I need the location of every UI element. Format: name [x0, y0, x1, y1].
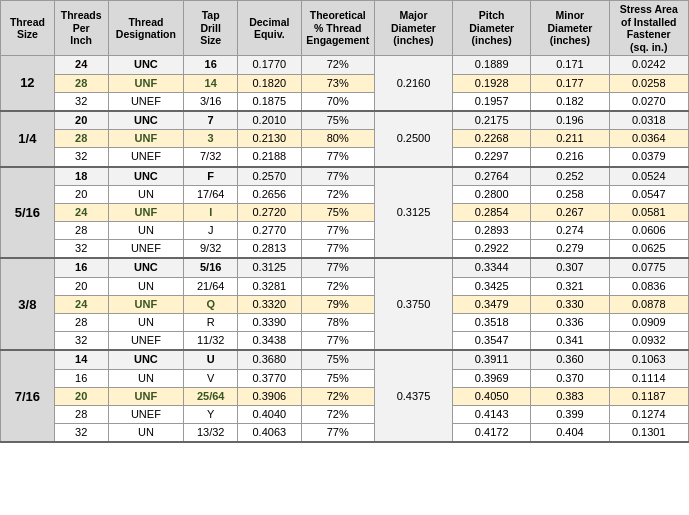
header-minor: MinorDiameter(inches)	[531, 1, 609, 56]
tpi-cell: 28	[54, 74, 108, 92]
tap-drill-cell: V	[184, 369, 238, 387]
designation-cell: UN	[108, 314, 184, 332]
thread-size-cell: 1/4	[1, 111, 55, 167]
stress-area-cell: 0.1301	[609, 424, 689, 443]
tap-drill-cell: 11/32	[184, 332, 238, 351]
tap-drill-cell: 13/32	[184, 424, 238, 443]
decimal-cell: 0.3906	[238, 387, 302, 405]
tap-drill-cell: 3/16	[184, 92, 238, 111]
pct-cell: 72%	[301, 277, 374, 295]
minor-diameter-cell: 0.267	[531, 203, 609, 221]
pitch-diameter-cell: 0.3344	[453, 258, 531, 277]
designation-cell: UNEF	[108, 148, 184, 167]
designation-cell: UNC	[108, 258, 184, 277]
minor-diameter-cell: 0.252	[531, 167, 609, 186]
stress-area-cell: 0.0364	[609, 130, 689, 148]
tap-drill-cell: 17/64	[184, 185, 238, 203]
tap-drill-cell: R	[184, 314, 238, 332]
thread-size-cell: 7/16	[1, 350, 55, 442]
stress-area-cell: 0.0909	[609, 314, 689, 332]
tpi-cell: 16	[54, 369, 108, 387]
designation-cell: UN	[108, 185, 184, 203]
table-row: 20UN21/640.328172%0.34250.3210.0836	[1, 277, 689, 295]
table-row: 3/816UNC5/160.312577%0.37500.33440.3070.…	[1, 258, 689, 277]
header-stress: Stress Areaof InstalledFastener(sq. in.)	[609, 1, 689, 56]
header-designation: ThreadDesignation	[108, 1, 184, 56]
table-row: 1/420UNC70.201075%0.25000.21750.1960.031…	[1, 111, 689, 130]
table-row: 20UN17/640.265672%0.28000.2580.0547	[1, 185, 689, 203]
tap-drill-cell: 3	[184, 130, 238, 148]
tpi-cell: 14	[54, 350, 108, 369]
stress-area-cell: 0.0606	[609, 222, 689, 240]
pct-cell: 73%	[301, 74, 374, 92]
minor-diameter-cell: 0.383	[531, 387, 609, 405]
tpi-cell: 32	[54, 148, 108, 167]
minor-diameter-cell: 0.404	[531, 424, 609, 443]
pct-cell: 75%	[301, 203, 374, 221]
decimal-cell: 0.2188	[238, 148, 302, 167]
tap-drill-cell: 25/64	[184, 387, 238, 405]
stress-area-cell: 0.1063	[609, 350, 689, 369]
pct-cell: 75%	[301, 111, 374, 130]
pitch-diameter-cell: 0.2854	[453, 203, 531, 221]
minor-diameter-cell: 0.370	[531, 369, 609, 387]
minor-diameter-cell: 0.341	[531, 332, 609, 351]
decimal-cell: 0.3680	[238, 350, 302, 369]
thread-size-cell: 5/16	[1, 167, 55, 259]
stress-area-cell: 0.0547	[609, 185, 689, 203]
table-row: 24UNFQ0.332079%0.34790.3300.0878	[1, 295, 689, 313]
decimal-cell: 0.1875	[238, 92, 302, 111]
decimal-cell: 0.2720	[238, 203, 302, 221]
designation-cell: UNF	[108, 130, 184, 148]
stress-area-cell: 0.0878	[609, 295, 689, 313]
table-row: 5/1618UNCF0.257077%0.31250.27640.2520.05…	[1, 167, 689, 186]
designation-cell: UN	[108, 222, 184, 240]
stress-area-cell: 0.1114	[609, 369, 689, 387]
stress-area-cell: 0.0270	[609, 92, 689, 111]
tap-drill-cell: 21/64	[184, 277, 238, 295]
table-row: 32UN13/320.406377%0.41720.4040.1301	[1, 424, 689, 443]
stress-area-cell: 0.0258	[609, 74, 689, 92]
minor-diameter-cell: 0.336	[531, 314, 609, 332]
pct-cell: 77%	[301, 167, 374, 186]
decimal-cell: 0.2813	[238, 240, 302, 259]
pct-cell: 77%	[301, 222, 374, 240]
thread-size-cell: 12	[1, 56, 55, 111]
designation-cell: UNF	[108, 203, 184, 221]
pct-cell: 75%	[301, 350, 374, 369]
stress-area-cell: 0.0318	[609, 111, 689, 130]
designation-cell: UNC	[108, 350, 184, 369]
table-row: 24UNFI0.272075%0.28540.2670.0581	[1, 203, 689, 221]
tpi-cell: 20	[54, 111, 108, 130]
minor-diameter-cell: 0.171	[531, 56, 609, 74]
decimal-cell: 0.4063	[238, 424, 302, 443]
tpi-cell: 18	[54, 167, 108, 186]
tap-drill-cell: U	[184, 350, 238, 369]
tpi-cell: 28	[54, 314, 108, 332]
tpi-cell: 20	[54, 277, 108, 295]
table-row: 28UNR0.339078%0.35180.3360.0909	[1, 314, 689, 332]
thread-size-cell: 3/8	[1, 258, 55, 350]
minor-diameter-cell: 0.211	[531, 130, 609, 148]
minor-diameter-cell: 0.216	[531, 148, 609, 167]
decimal-cell: 0.2010	[238, 111, 302, 130]
pitch-diameter-cell: 0.3518	[453, 314, 531, 332]
pct-cell: 77%	[301, 258, 374, 277]
minor-diameter-cell: 0.182	[531, 92, 609, 111]
pct-cell: 72%	[301, 405, 374, 423]
pitch-diameter-cell: 0.3425	[453, 277, 531, 295]
table-row: 28UNF30.213080%0.22680.2110.0364	[1, 130, 689, 148]
decimal-cell: 0.2570	[238, 167, 302, 186]
minor-diameter-cell: 0.196	[531, 111, 609, 130]
pitch-diameter-cell: 0.4050	[453, 387, 531, 405]
tap-drill-cell: F	[184, 167, 238, 186]
minor-diameter-cell: 0.307	[531, 258, 609, 277]
stress-area-cell: 0.0581	[609, 203, 689, 221]
pct-cell: 77%	[301, 424, 374, 443]
tpi-cell: 20	[54, 185, 108, 203]
pitch-diameter-cell: 0.2800	[453, 185, 531, 203]
tap-drill-cell: I	[184, 203, 238, 221]
major-diameter-cell: 0.3125	[374, 167, 452, 259]
designation-cell: UN	[108, 369, 184, 387]
minor-diameter-cell: 0.274	[531, 222, 609, 240]
